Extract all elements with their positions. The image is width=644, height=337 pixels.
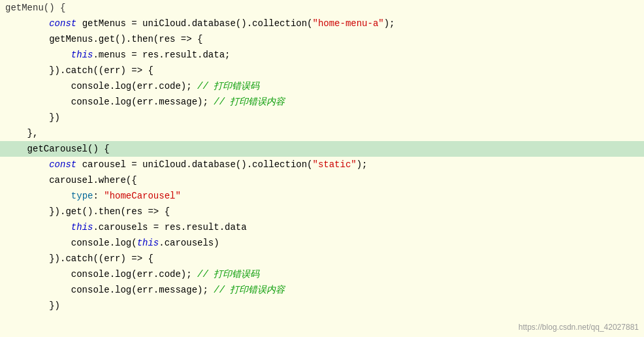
code-line: const getMenus = uniCloud.database().col…: [0, 16, 644, 31]
code-line: },: [0, 125, 644, 141]
code-line: const carousel = uniCloud.database().col…: [0, 157, 644, 172]
code-line: carousel.where({: [0, 172, 644, 188]
code-line: }): [0, 298, 644, 313]
code-line: type: "homeCarousel": [0, 188, 644, 204]
code-line: console.log(this.carousels): [0, 235, 644, 251]
code-line: console.log(err.message); // 打印错误内容: [0, 94, 644, 110]
code-line: this.menus = res.result.data;: [0, 47, 644, 63]
code-line: console.log(err.code); // 打印错误码: [0, 266, 644, 282]
code-line: getCarousel() {: [0, 141, 644, 157]
code-line: console.log(err.code); // 打印错误码: [0, 78, 644, 94]
code-line: getMenus.get().then(res => {: [0, 31, 644, 47]
code-line: }).get().then(res => {: [0, 204, 644, 219]
code-line: console.log(err.message); // 打印错误内容: [0, 282, 644, 298]
watermark: https://blog.csdn.net/qq_42027881: [519, 323, 639, 332]
code-editor: getMenu() { const getMenus = uniCloud.da…: [0, 0, 644, 337]
code-line: }).catch((err) => {: [0, 63, 644, 78]
code-line: getMenu() {: [0, 0, 644, 16]
code-line: }).catch((err) => {: [0, 251, 644, 266]
code-line: }): [0, 110, 644, 125]
code-line: this.carousels = res.result.data: [0, 219, 644, 235]
